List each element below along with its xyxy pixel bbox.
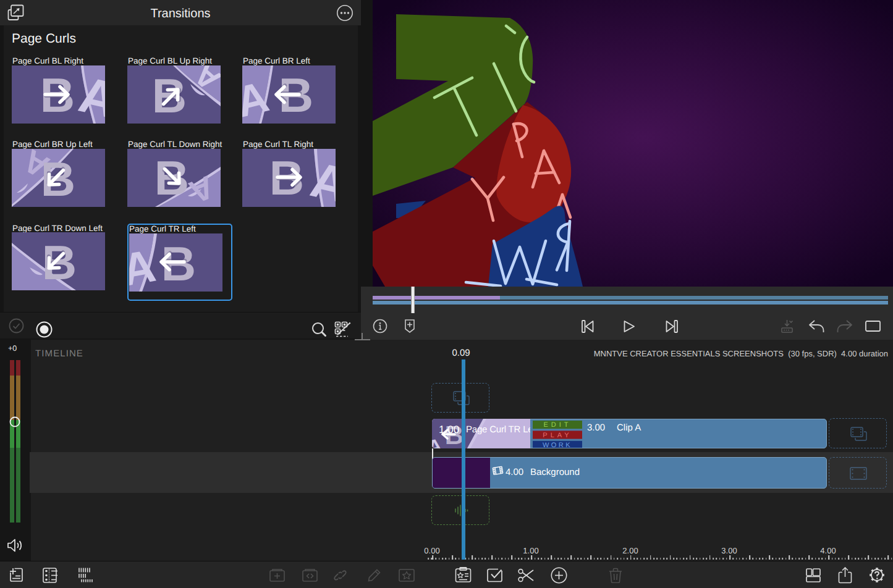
svg-text:PLAY: PLAY: [543, 431, 572, 439]
svg-text:1.00: 1.00: [523, 546, 538, 555]
svg-text:MNNTVE CREATOR ESSENTIALS SCRE: MNNTVE CREATOR ESSENTIALS SCREENSHOTS (3…: [594, 349, 888, 358]
svg-text:0.00: 0.00: [424, 546, 439, 555]
svg-text:2.00: 2.00: [622, 546, 638, 555]
svg-text:Page Curl BL Up Right: Page Curl BL Up Right: [128, 56, 212, 65]
svg-text:Page Curl BR Up Left: Page Curl BR Up Left: [12, 140, 93, 149]
svg-text:4.00: 4.00: [820, 546, 836, 555]
svg-text:Transitions: Transitions: [150, 7, 210, 20]
svg-text:Clip A: Clip A: [617, 422, 641, 433]
svg-text:WORK: WORK: [543, 442, 572, 448]
svg-text:3.00: 3.00: [721, 546, 737, 555]
svg-text:3.00: 3.00: [587, 422, 605, 433]
svg-text:1.00: 1.00: [439, 424, 459, 435]
svg-text:0.09: 0.09: [452, 348, 470, 358]
svg-text:TIMELINE: TIMELINE: [35, 348, 83, 359]
svg-text:B: B: [41, 152, 75, 206]
svg-text:Background: Background: [530, 467, 580, 477]
svg-text:Page Curl TR Le: Page Curl TR Le: [466, 424, 530, 435]
svg-text:+0: +0: [8, 344, 17, 353]
svg-text:Page Curl BL Right: Page Curl BL Right: [12, 56, 83, 65]
svg-text:Page Curl TL Down Right: Page Curl TL Down Right: [128, 140, 222, 149]
svg-text:Page Curl TR Down Left: Page Curl TR Down Left: [12, 224, 103, 233]
svg-text:4.00: 4.00: [506, 467, 523, 477]
svg-text:Page Curl TL Right: Page Curl TL Right: [243, 140, 313, 149]
svg-text:EDIT: EDIT: [543, 421, 571, 429]
svg-text:B: B: [151, 69, 186, 123]
svg-text:Page Curls: Page Curls: [12, 32, 76, 46]
svg-text:Page Curl BR Left: Page Curl BR Left: [243, 56, 310, 65]
